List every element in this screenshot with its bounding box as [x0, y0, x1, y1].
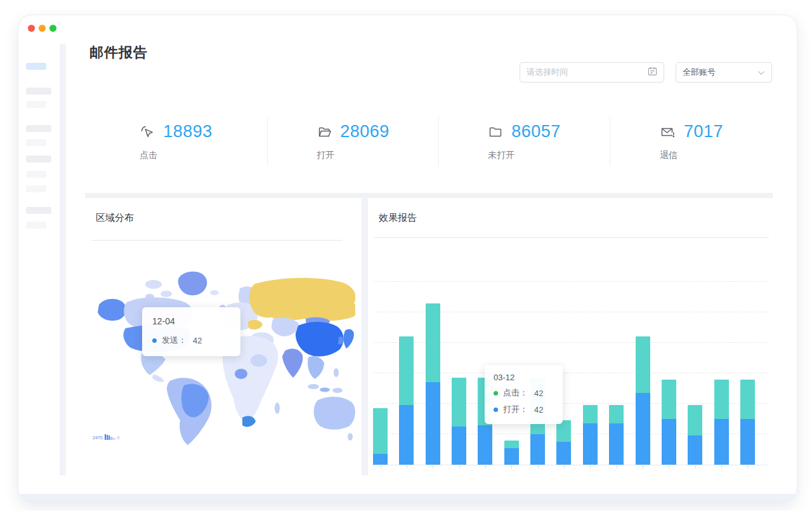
bar-segment-click[interactable] [373, 408, 388, 454]
map-tooltip-value: 42 [193, 336, 202, 345]
x-axis-tick [538, 465, 539, 468]
close-window-button[interactable] [28, 25, 35, 32]
sidebar-item[interactable] [26, 171, 46, 178]
map-region-indonesia [308, 384, 319, 389]
bar[interactable] [583, 405, 598, 465]
map-region-korea [338, 336, 344, 344]
stat-label: 退信 [660, 150, 723, 161]
account-select-value: 全部账号 [683, 67, 757, 78]
sidebar-item[interactable] [26, 222, 46, 229]
bar[interactable] [662, 380, 676, 465]
bar-segment-click[interactable] [504, 441, 519, 448]
mail-bounce-icon [660, 124, 676, 140]
chart-tooltip-value: 42 [534, 405, 543, 415]
bar-segment-open[interactable] [530, 434, 545, 465]
bar-segment-open[interactable] [504, 448, 519, 465]
stacked-bar-chart[interactable] [373, 262, 768, 465]
x-axis [372, 465, 768, 465]
world-map[interactable] [89, 265, 355, 449]
map-region-philippines [334, 368, 339, 377]
map-region-central-asia [272, 318, 299, 336]
sidebar-item[interactable] [26, 156, 51, 163]
section-divider [85, 193, 773, 198]
bar-segment-open[interactable] [426, 382, 440, 465]
bar[interactable] [714, 380, 729, 465]
stat-clicks: 18893 点击 [85, 117, 267, 166]
bar[interactable] [452, 378, 466, 465]
bar-segment-open[interactable] [688, 435, 702, 465]
x-axis-tick [564, 465, 565, 468]
page-title: 邮件报告 [89, 43, 148, 62]
stats-row: 18893 点击 28069 [85, 117, 773, 166]
bar[interactable] [740, 380, 755, 465]
map-legend-min: 0 [117, 435, 120, 440]
x-axis-tick [511, 465, 512, 468]
bar[interactable] [373, 408, 388, 465]
bar[interactable] [556, 420, 571, 465]
x-axis-tick [433, 465, 433, 468]
bar-segment-open[interactable] [662, 419, 676, 465]
series-dot-open [494, 408, 498, 412]
folder-closed-icon [488, 124, 503, 140]
bar-segment-open[interactable] [399, 405, 414, 465]
bar-segment-click[interactable] [714, 380, 729, 419]
maximize-window-button[interactable] [49, 25, 56, 32]
panel-title-region: 区域分布 [96, 212, 134, 224]
bar[interactable] [609, 405, 624, 465]
x-axis-tick [485, 465, 486, 468]
bar-segment-click[interactable] [583, 405, 598, 423]
account-select[interactable]: 全部账号 [676, 62, 772, 83]
bar-segment-click[interactable] [688, 405, 702, 435]
sidebar-item[interactable] [26, 125, 51, 132]
map-region-sudan [251, 354, 267, 367]
bar-segment-open[interactable] [583, 423, 598, 465]
bar-segment-click[interactable] [662, 380, 676, 419]
chart-tooltip: 03-12 点击： 42 打开： 42 [485, 365, 563, 424]
map-region-china [296, 322, 344, 356]
x-axis-tick [747, 465, 748, 468]
bar-segment-open[interactable] [609, 423, 624, 465]
sidebar-item[interactable] [26, 101, 46, 108]
minimize-window-button[interactable] [39, 25, 46, 32]
bar-segment-open[interactable] [740, 419, 755, 465]
sidebar-item[interactable] [26, 185, 46, 192]
map-legend-bars [105, 434, 115, 440]
bar-segment-click[interactable] [740, 380, 755, 419]
date-picker-placeholder: 请选择时间 [527, 67, 648, 78]
bar-segment-click[interactable] [609, 405, 624, 423]
stat-opened: 28069 打开 [267, 117, 438, 166]
bar-segment-open[interactable] [478, 425, 492, 465]
map-legend: 2470 0 [93, 434, 119, 440]
sidebar-item-active[interactable] [26, 63, 46, 70]
bar-segment-open[interactable] [556, 442, 571, 465]
series-dot-click [494, 391, 498, 395]
bar[interactable] [636, 336, 650, 465]
stat-value: 28069 [340, 122, 390, 142]
bar-segment-click[interactable] [426, 303, 440, 383]
bar[interactable] [399, 336, 414, 465]
window-footer-band [18, 494, 797, 501]
sidebar-item[interactable] [26, 207, 51, 214]
bar-segment-click[interactable] [636, 336, 650, 393]
bar-segment-open[interactable] [373, 454, 388, 465]
date-range-picker[interactable]: 请选择时间 [520, 62, 664, 83]
app-window: 邮件报告 请选择时间 全部账号 [18, 15, 797, 502]
stat-label: 未打开 [488, 150, 561, 161]
bar-segment-click[interactable] [399, 336, 414, 405]
sidebar-item[interactable] [26, 88, 51, 95]
x-axis-tick [459, 465, 460, 468]
bar[interactable] [688, 405, 702, 465]
bar[interactable] [504, 441, 519, 465]
bar-segment-open[interactable] [636, 393, 650, 465]
bar-segment-open[interactable] [452, 427, 466, 465]
sidebar-item[interactable] [26, 139, 46, 146]
chart-tooltip-label: 点击： [503, 387, 528, 399]
bar[interactable] [426, 303, 440, 465]
bar-segment-click[interactable] [452, 378, 466, 427]
map-region-alaska [98, 299, 126, 321]
panel-rule [374, 237, 769, 238]
map-tooltip-date: 12-04 [152, 316, 230, 326]
sidebar-divider [60, 44, 66, 475]
bar-segment-open[interactable] [714, 419, 729, 465]
chart-tooltip-value: 42 [534, 388, 543, 398]
